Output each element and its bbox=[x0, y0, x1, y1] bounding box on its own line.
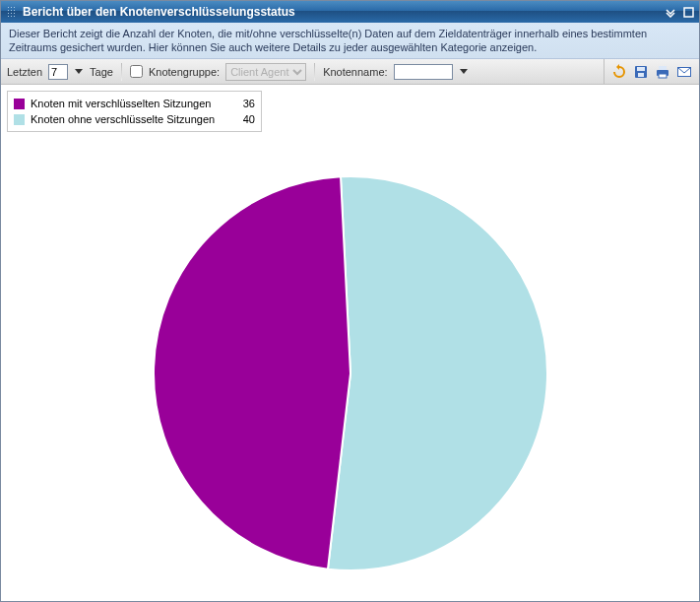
report-window: Bericht über den Knotenverschlüsselungss… bbox=[0, 0, 700, 602]
legend-label: Knoten ohne verschlüsselte Sitzungen bbox=[31, 113, 231, 125]
legend-item: Knoten ohne verschlüsselte Sitzungen 40 bbox=[14, 111, 255, 127]
legend-value: 40 bbox=[237, 113, 255, 125]
toolbar: Letzten Tage Knotengruppe: Client Agent … bbox=[1, 59, 699, 85]
svg-rect-0 bbox=[684, 8, 693, 17]
legend-swatch bbox=[14, 114, 25, 125]
nodegroup-label: Knotengruppe: bbox=[149, 66, 220, 78]
chart-area: Knoten mit verschlüsselten Sitzungen 36 … bbox=[1, 85, 699, 601]
svg-rect-5 bbox=[659, 66, 667, 70]
legend-label: Knoten mit verschlüsselten Sitzungen bbox=[31, 98, 231, 109]
window-title: Bericht über den Knotenverschlüsselungss… bbox=[23, 5, 660, 19]
maximize-icon[interactable] bbox=[681, 5, 695, 19]
report-description: Dieser Bericht zeigt die Anzahl der Knot… bbox=[1, 23, 699, 59]
nodegroup-select[interactable]: Client Agent bbox=[225, 63, 306, 81]
svg-rect-2 bbox=[637, 67, 645, 71]
last-label: Letzten bbox=[7, 66, 42, 78]
nodename-dropdown-icon[interactable] bbox=[459, 65, 469, 79]
nodename-input[interactable] bbox=[394, 64, 453, 80]
separator-icon bbox=[314, 63, 315, 81]
svg-rect-3 bbox=[638, 73, 644, 77]
email-icon[interactable] bbox=[675, 63, 693, 81]
separator-icon bbox=[121, 63, 122, 81]
pie-slice[interactable] bbox=[327, 176, 546, 570]
save-icon[interactable] bbox=[632, 63, 650, 81]
refresh-icon[interactable] bbox=[610, 63, 628, 81]
legend-value: 36 bbox=[237, 98, 255, 109]
svg-rect-6 bbox=[659, 74, 667, 78]
legend: Knoten mit verschlüsselten Sitzungen 36 … bbox=[7, 91, 262, 132]
days-label: Tage bbox=[90, 66, 113, 78]
grip-icon bbox=[7, 6, 17, 18]
days-dropdown-icon[interactable] bbox=[74, 65, 84, 79]
pie-slice[interactable] bbox=[154, 177, 350, 569]
legend-item: Knoten mit verschlüsselten Sitzungen 36 bbox=[14, 96, 255, 111]
legend-swatch bbox=[14, 99, 25, 109]
collapse-icon[interactable] bbox=[664, 5, 677, 19]
action-icons-group bbox=[604, 59, 693, 84]
days-input[interactable] bbox=[48, 64, 68, 80]
titlebar: Bericht über den Knotenverschlüsselungss… bbox=[1, 1, 699, 23]
print-icon[interactable] bbox=[654, 63, 671, 81]
nodename-label: Knotenname: bbox=[323, 66, 387, 78]
nodegroup-checkbox[interactable] bbox=[130, 65, 143, 78]
pie-chart bbox=[149, 171, 552, 575]
